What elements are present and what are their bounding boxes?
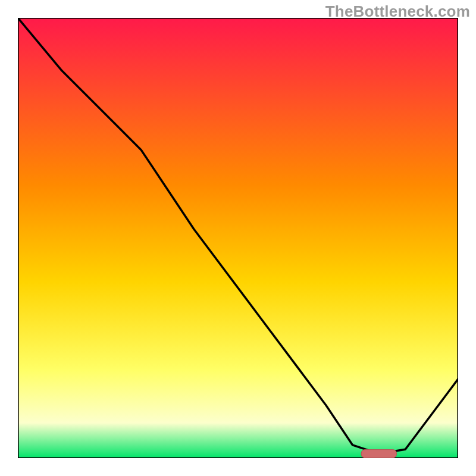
- bottleneck-chart: [18, 18, 458, 458]
- chart-svg: [18, 18, 458, 458]
- gradient-background: [18, 18, 458, 458]
- optimal-range-marker: [361, 450, 396, 458]
